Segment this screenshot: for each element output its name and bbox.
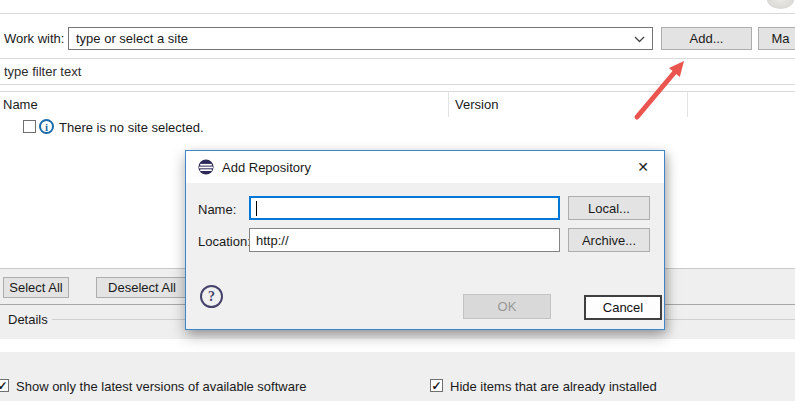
add-button-label: Add... <box>690 31 724 46</box>
add-repository-dialog: Add Repository ✕ Name: Local... Location… <box>185 150 665 330</box>
help-icon[interactable]: ? <box>200 285 223 308</box>
local-button-label: Local... <box>588 201 630 216</box>
ok-button-label: OK <box>498 299 517 314</box>
check-icon: ✓ <box>431 380 441 392</box>
site-combobox[interactable]: type or select a site <box>68 27 653 50</box>
chevron-down-icon[interactable] <box>634 35 645 43</box>
filter-placeholder: type filter text <box>4 64 81 79</box>
dialog-titlebar[interactable]: Add Repository ✕ <box>186 151 664 183</box>
column-header-version[interactable]: Version <box>455 97 498 112</box>
table-top-border <box>0 91 795 92</box>
select-all-label: Select All <box>9 280 62 295</box>
location-input[interactable]: http:// <box>249 228 560 252</box>
site-row-checkbox[interactable] <box>23 120 36 133</box>
location-input-value: http:// <box>256 233 289 248</box>
column-divider[interactable] <box>448 91 449 117</box>
show-latest-label[interactable]: Show only the latest versions of availab… <box>16 379 307 394</box>
details-content-area <box>0 339 795 352</box>
location-label: Location: <box>198 234 251 249</box>
select-all-button[interactable]: Select All <box>3 277 69 298</box>
info-icon: i <box>39 119 54 134</box>
archive-button-label: Archive... <box>582 233 636 248</box>
hide-installed-label[interactable]: Hide items that are already installed <box>450 379 657 394</box>
eclipse-logo-icon <box>198 159 214 175</box>
check-icon: ✓ <box>0 380 8 392</box>
name-label: Name: <box>198 202 236 217</box>
empty-table-message: There is no site selected. <box>59 120 204 135</box>
cursor-fragment <box>767 0 794 9</box>
manage-button[interactable]: Ma <box>758 27 795 50</box>
column-divider[interactable] <box>687 91 688 117</box>
cancel-button-label: Cancel <box>603 300 643 315</box>
hide-installed-checkbox[interactable]: ✓ <box>430 379 443 392</box>
work-with-label: Work with: <box>4 31 64 46</box>
add-button[interactable]: Add... <box>661 27 752 50</box>
column-header-name[interactable]: Name <box>3 97 38 112</box>
archive-button[interactable]: Archive... <box>568 228 650 252</box>
cancel-button[interactable]: Cancel <box>584 295 662 320</box>
deselect-all-label: Deselect All <box>108 280 176 295</box>
filter-input[interactable]: type filter text <box>0 58 795 85</box>
text-caret <box>256 201 257 216</box>
local-button[interactable]: Local... <box>568 196 650 220</box>
manage-button-label: Ma <box>771 31 789 46</box>
top-divider <box>0 13 795 14</box>
details-group-label: Details <box>8 312 48 327</box>
site-combobox-value: type or select a site <box>76 31 188 46</box>
deselect-all-button[interactable]: Deselect All <box>96 277 188 298</box>
show-latest-checkbox[interactable]: ✓ <box>0 379 9 392</box>
name-input[interactable] <box>249 196 560 220</box>
dialog-title: Add Repository <box>222 160 311 175</box>
ok-button[interactable]: OK <box>463 294 551 319</box>
close-icon[interactable]: ✕ <box>632 157 654 177</box>
